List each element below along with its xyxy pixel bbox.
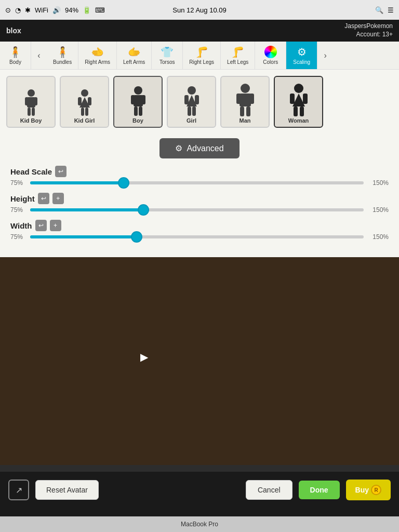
svg-rect-22 <box>188 107 191 116</box>
woman-label: Woman <box>288 117 309 124</box>
bluetooth-icon: ✱ <box>25 6 31 14</box>
svg-rect-5 <box>32 108 35 116</box>
head-scale-fill <box>30 181 124 184</box>
status-bar-right: 🔍 ☰ <box>375 6 394 14</box>
nav-item-right-arms[interactable]: 🫲 Right Arms <box>78 42 117 69</box>
height-max: 150% <box>368 206 389 214</box>
svg-rect-17 <box>139 107 142 116</box>
menu-icon[interactable]: ☰ <box>388 6 394 14</box>
head-scale-group: Head Scale ↩ 75% 150% <box>10 166 389 187</box>
nav-arrow-right[interactable]: › <box>317 42 333 69</box>
roblox-account: JaspersPokemon Account: 13+ <box>344 22 393 38</box>
svg-rect-20 <box>184 95 189 104</box>
body-type-section: Kid Boy Kid Girl <box>0 70 399 134</box>
svg-rect-29 <box>246 107 250 116</box>
torsos-icon: 👕 <box>161 46 174 58</box>
width-min: 75% <box>10 233 26 241</box>
body-type-man[interactable]: Man <box>220 76 270 128</box>
nav-right-arms-label: Right Arms <box>85 59 110 65</box>
height-thumb[interactable] <box>138 204 149 216</box>
width-add-btn[interactable]: + <box>50 220 61 231</box>
nav-arrow-left[interactable]: ‹ <box>31 42 47 69</box>
search-icon[interactable]: 🔍 <box>375 6 383 14</box>
roblox-app-icon: ⊙ <box>5 6 11 14</box>
nav-item-bundles[interactable]: 🧍 Bundles <box>47 42 78 69</box>
app-window: blox JaspersPokemon Account: 13+ 🧍 Body … <box>0 20 399 508</box>
advanced-button[interactable]: ⚙ Advanced <box>159 138 239 158</box>
nav-item-body[interactable]: 🧍 Body <box>0 42 31 69</box>
cursor: ▶ <box>140 351 148 363</box>
coin-icon: R <box>371 485 381 495</box>
body-type-boy[interactable]: Boy <box>113 76 163 128</box>
svg-point-18 <box>188 86 196 95</box>
height-add-btn[interactable]: + <box>52 193 64 204</box>
nav-body-label: Body <box>9 59 21 65</box>
svg-rect-14 <box>131 95 135 104</box>
svg-point-30 <box>294 84 303 93</box>
height-min: 75% <box>10 206 26 214</box>
height-group: Height ↩ + 75% 150% <box>10 193 389 214</box>
svg-rect-3 <box>34 97 37 105</box>
svg-rect-26 <box>236 94 241 104</box>
width-max: 150% <box>368 233 389 241</box>
head-scale-reset-btn[interactable]: ↩ <box>55 166 66 177</box>
status-bar-left: ⊙ ◔ ✱ WiFi 🔊 94% 🔋 ⌨ <box>5 6 105 14</box>
head-scale-min: 75% <box>10 179 26 187</box>
svg-rect-21 <box>195 95 199 104</box>
category-nav: 🧍 Body ‹ 🧍 Bundles 🫲 Right Arms 🫱 Left A… <box>0 42 399 70</box>
svg-rect-10 <box>81 108 84 116</box>
cancel-button[interactable]: Cancel <box>246 480 292 500</box>
nav-item-right-legs[interactable]: 🦵 Right Legs <box>183 42 221 69</box>
head-scale-track[interactable] <box>30 181 364 184</box>
macbook-label: MacBook Pro <box>181 521 218 528</box>
svg-rect-4 <box>28 108 31 116</box>
svg-rect-25 <box>240 94 251 107</box>
woman-figure <box>287 84 310 117</box>
bundles-icon: 🧍 <box>56 46 69 58</box>
width-reset-btn[interactable]: ↩ <box>35 220 47 231</box>
nav-item-left-arms[interactable]: 🫱 Left Arms <box>117 42 152 69</box>
nav-item-colors[interactable]: Colors <box>255 42 286 69</box>
advanced-section: ⚙ Advanced <box>0 134 399 161</box>
svg-point-0 <box>28 89 35 97</box>
right-legs-icon: 🦵 <box>195 46 208 58</box>
battery-icon: 🔋 <box>83 6 91 14</box>
svg-rect-23 <box>192 107 196 116</box>
girl-label: Girl <box>187 117 196 124</box>
nav-item-torsos[interactable]: 👕 Torsos <box>152 42 183 69</box>
width-thumb[interactable] <box>131 231 142 243</box>
nav-item-scaling[interactable]: ⚙ Scaling <box>286 42 317 69</box>
kid-girl-figure <box>74 89 95 117</box>
height-label: Height <box>10 194 35 203</box>
body-type-girl[interactable]: Girl <box>167 76 216 128</box>
body-type-woman[interactable]: Woman <box>274 76 323 128</box>
nav-torsos-label: Torsos <box>159 59 175 65</box>
body-type-kid-boy[interactable]: Kid Boy <box>6 76 56 128</box>
kid-girl-label: Kid Girl <box>74 117 95 124</box>
svg-rect-2 <box>25 97 29 105</box>
buy-button[interactable]: Buy R <box>346 480 391 500</box>
man-figure <box>234 84 257 117</box>
buy-label: Buy <box>355 486 369 494</box>
bottom-bar: ↗ Reset Avatar Cancel Done Buy R <box>0 472 399 508</box>
width-label: Width <box>10 221 32 230</box>
svg-rect-35 <box>300 107 304 116</box>
reset-avatar-button[interactable]: Reset Avatar <box>35 480 99 500</box>
head-scale-thumb[interactable] <box>118 177 129 189</box>
head-scale-label: Head Scale <box>10 167 52 176</box>
nav-item-left-legs[interactable]: 🦵 Left Legs <box>221 42 255 69</box>
done-button[interactable]: Done <box>299 481 340 499</box>
height-reset-btn[interactable]: ↩ <box>38 193 49 204</box>
wifi-icon: WiFi <box>35 6 48 14</box>
kid-boy-figure <box>21 89 42 117</box>
body-icon: 🧍 <box>9 46 22 58</box>
account-sub: Account: 13+ <box>344 31 393 39</box>
boy-label: Boy <box>132 117 143 124</box>
body-type-kid-girl[interactable]: Kid Girl <box>60 76 109 128</box>
expand-button[interactable]: ↗ <box>8 480 29 500</box>
man-label: Man <box>240 117 251 124</box>
height-track[interactable] <box>30 208 364 211</box>
width-track[interactable] <box>30 235 364 238</box>
svg-rect-11 <box>85 108 88 116</box>
nav-left-legs-label: Left Legs <box>227 59 248 65</box>
